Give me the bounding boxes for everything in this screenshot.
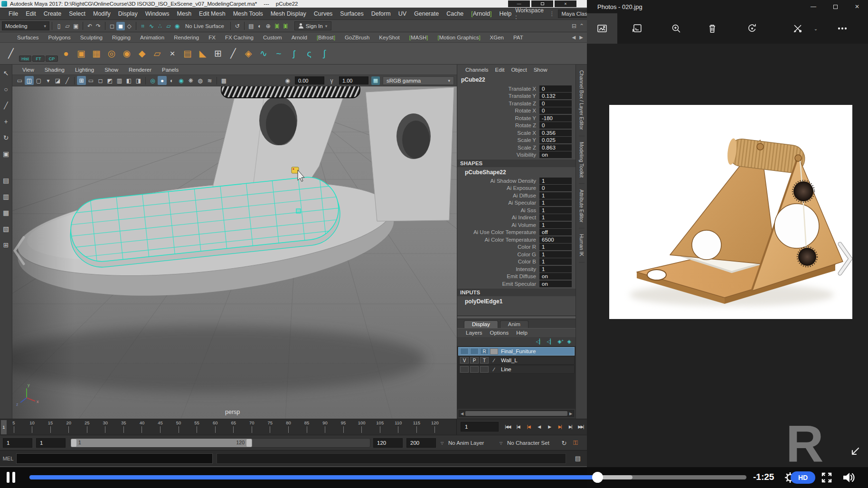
shelf-tab-custom[interactable]: Custom (258, 35, 287, 40)
lasso-tool-icon[interactable]: ○ (1, 84, 11, 94)
tab-modeling-toolkit[interactable]: Modeling Toolkit (579, 136, 585, 184)
channel-label[interactable]: Visibility (457, 152, 539, 158)
cp-badge[interactable]: CP (46, 56, 58, 62)
minimize-icon[interactable]: — (508, 0, 530, 7)
shelf-tab-fx-caching[interactable]: FX Caching (220, 35, 258, 40)
sep[interactable] (244, 22, 245, 30)
range-slider-range[interactable]: 1 120 (71, 439, 252, 447)
channel-label[interactable]: Ai Indirect (457, 215, 539, 220)
shaded-icon[interactable]: ● (158, 76, 167, 85)
open-scene-icon[interactable]: ▱ (63, 22, 72, 30)
cb-menu-channels[interactable]: Channels (462, 67, 492, 73)
channel-value-field[interactable]: 0.356 (539, 130, 572, 136)
layer-row-final-funiture[interactable]: R Final_Funiture (458, 347, 575, 356)
hist-badge[interactable]: Hist (19, 56, 31, 62)
layer-color-swatch[interactable]: ∕ (490, 357, 498, 364)
nurbs-sphere-icon[interactable]: ● (59, 46, 73, 61)
see-all-photos-icon[interactable] (587, 13, 617, 44)
viewport-3d-scene[interactable]: y x z persp (12, 86, 457, 419)
scroll-left-icon[interactable]: ◀ (459, 411, 465, 416)
shelf-tab-polygons[interactable]: Polygons (43, 35, 75, 40)
channel-value-field[interactable]: 1 (539, 266, 572, 272)
shape-node-name[interactable]: pCubeShape22 (457, 168, 576, 177)
shelf-tab-surfaces[interactable]: Surfaces (12, 35, 43, 40)
layer-visibility-toggle[interactable] (460, 366, 469, 373)
panel-layout-menu-icon[interactable]: ⊞ (1, 240, 11, 250)
poly-prism-icon[interactable]: ◆ (135, 46, 149, 61)
channel-label[interactable]: Translate Y (457, 93, 539, 99)
go-to-end-button[interactable]: ▶▶| (576, 422, 586, 432)
layer-color-swatch[interactable]: ∕ (490, 366, 498, 373)
channel-value-field[interactable]: 1 (539, 178, 572, 184)
screen-ao-icon[interactable]: ◍ (196, 76, 205, 85)
image-plane-icon[interactable]: ◪ (53, 76, 62, 85)
layer-color-swatch[interactable] (490, 348, 498, 355)
curve-pencil-icon[interactable]: ς (302, 46, 316, 61)
shelf-tab-gozbrush[interactable]: GoZBrush (340, 35, 374, 40)
muted-preferences-icon[interactable]: ↻ (559, 438, 569, 448)
channel-value-field[interactable]: on (539, 273, 572, 280)
safe-title-icon[interactable]: ◨ (134, 76, 143, 85)
menu-modify[interactable]: Modify (89, 10, 114, 17)
layer-playback-toggle[interactable] (470, 348, 479, 355)
menu-uv[interactable]: UV (395, 10, 410, 17)
scale-tool-icon[interactable]: ▣ (1, 149, 11, 159)
tab-human-ik[interactable]: Human IK (579, 228, 585, 263)
chevron-down-icon[interactable]: ⌄ (811, 26, 821, 31)
menu-file[interactable]: File (5, 10, 22, 17)
tab-channel-box-layer-editor[interactable]: Channel Box / Layer Editor (579, 65, 585, 136)
menu-arnold[interactable]: [Arnold] (467, 10, 495, 17)
channel-value-field[interactable]: 0 (539, 185, 572, 191)
channel-value-field[interactable]: 1 (539, 199, 572, 206)
cb-menu-show[interactable]: Show (530, 67, 551, 73)
edit-and-create-icon[interactable] (784, 15, 811, 42)
view-transform-icon[interactable]: ▦ (371, 76, 380, 85)
gamma-icon[interactable]: γ (327, 76, 336, 85)
channel-value-field[interactable]: 0.863 (539, 144, 572, 151)
expand-icon[interactable] (849, 445, 861, 458)
vp-menu-lighting[interactable]: Lighting (70, 67, 99, 73)
lock-camera-icon[interactable]: ◫ (25, 76, 34, 85)
select-object-icon[interactable]: ◼ (116, 22, 125, 30)
curve-ep-icon[interactable]: ~ (272, 46, 286, 61)
close-icon[interactable]: ✕ (846, 0, 868, 13)
channel-value-field[interactable]: 0 (539, 100, 572, 107)
create-layer-from-selected-icon[interactable]: ◈ (567, 338, 571, 345)
sep[interactable] (83, 22, 83, 30)
channel-label[interactable]: Color B (457, 259, 539, 264)
animation-end-field[interactable]: 200 (406, 438, 436, 448)
layer-editor-hscrollbar[interactable]: ◀ ▶ (459, 410, 574, 417)
save-scene-icon[interactable]: ▣ (72, 22, 80, 30)
sculpt-tool-icon[interactable]: ╱ (4, 46, 18, 61)
construction-history-icon[interactable]: ↺ (233, 22, 242, 30)
live-surface-label[interactable]: No Live Surface (181, 23, 228, 29)
channel-label[interactable]: Translate X (457, 86, 539, 92)
undo-icon[interactable]: ↶ (85, 22, 94, 30)
scroll-right-icon[interactable]: ▶ (568, 411, 574, 416)
move-layer-up-icon[interactable]: ◁▏ (536, 338, 543, 345)
vp-menu-panels[interactable]: Panels (157, 67, 184, 73)
shelf-tab-motion-graphics[interactable]: [Motion Graphics] (433, 35, 485, 40)
fullscreen-icon[interactable] (821, 472, 832, 483)
menu-create[interactable]: Create (40, 10, 66, 17)
rotate-tool-icon[interactable]: ↻ (1, 133, 11, 142)
channel-box-object-name[interactable]: pCube22 (457, 75, 576, 85)
step-back-key-button[interactable]: |◀ (523, 422, 534, 432)
scrollbar-thumb[interactable] (465, 411, 567, 416)
share-icon[interactable] (624, 15, 651, 42)
current-frame-marker[interactable]: 1 (1, 420, 7, 434)
move-tool-icon[interactable]: + (1, 117, 11, 126)
mel-input-field[interactable] (16, 453, 213, 464)
select-camera-icon[interactable]: ▭ (15, 76, 24, 85)
curve-bezier-icon[interactable]: ʃ (287, 46, 301, 61)
shadows-icon[interactable]: ❋ (186, 76, 195, 85)
menu-display[interactable]: Display (114, 10, 142, 17)
sep[interactable] (230, 22, 231, 30)
poly-cube-smooth-icon[interactable]: ▦ (89, 46, 104, 61)
gamma-field[interactable]: 1.00 (339, 76, 368, 84)
menu-curves[interactable]: Curves (310, 10, 337, 17)
maximize-icon[interactable] (824, 0, 846, 13)
channel-label[interactable]: Ai Exposure (457, 185, 539, 191)
layer-tab-display[interactable]: Display (464, 320, 498, 328)
workspace-menu-icon[interactable]: ⋮ (549, 10, 555, 17)
